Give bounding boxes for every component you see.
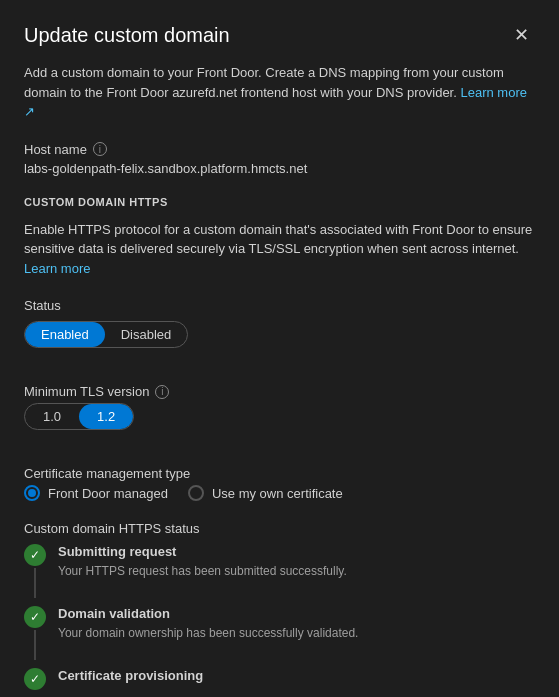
- modal-header: Update custom domain ✕: [24, 24, 535, 47]
- submitting-content: Submitting request Your HTTPS request ha…: [58, 544, 535, 598]
- validation-status-icon: ✓: [24, 606, 46, 628]
- own-cert-radio-circle: [188, 485, 204, 501]
- own-cert-label: Use my own certificate: [212, 486, 343, 501]
- close-button[interactable]: ✕: [508, 24, 535, 46]
- https-learn-more-link[interactable]: Learn more: [24, 261, 90, 276]
- host-name-info-icon[interactable]: i: [93, 142, 107, 156]
- intro-description: Add a custom domain to your Front Door. …: [24, 63, 535, 122]
- host-name-field: Host name i labs-goldenpath-felix.sandbo…: [24, 142, 535, 176]
- status-label: Status: [24, 298, 535, 313]
- own-certificate-option[interactable]: Use my own certificate: [188, 485, 343, 501]
- front-door-managed-option[interactable]: Front Door managed: [24, 485, 168, 501]
- tls-1-2-button[interactable]: 1.2: [79, 404, 133, 429]
- status-item-provisioning: ✓ Certificate provisioning: [24, 668, 535, 697]
- https-description: Enable HTTPS protocol for a custom domai…: [24, 220, 535, 279]
- update-custom-domain-modal: Update custom domain ✕ Add a custom doma…: [0, 0, 559, 697]
- https-section-title: CUSTOM DOMAIN HTTPS: [24, 196, 535, 208]
- intro-text: Add a custom domain to your Front Door. …: [24, 65, 504, 100]
- modal-title: Update custom domain: [24, 24, 230, 47]
- host-name-label: Host name i: [24, 142, 535, 157]
- status-icon-col-2: ✓: [24, 606, 46, 660]
- certificate-radio-group: Front Door managed Use my own certificat…: [24, 485, 535, 501]
- tls-info-icon[interactable]: i: [155, 385, 169, 399]
- tls-1-0-button[interactable]: 1.0: [25, 404, 79, 429]
- submitting-name: Submitting request: [58, 544, 535, 559]
- tls-toggle-group: 1.0 1.2: [24, 403, 134, 430]
- status-icon-col-3: ✓: [24, 668, 46, 697]
- validation-content: Domain validation Your domain ownership …: [58, 606, 535, 660]
- provisioning-content: Certificate provisioning: [58, 668, 535, 697]
- submitting-desc: Your HTTPS request has been submitted su…: [58, 563, 535, 580]
- disabled-toggle[interactable]: Disabled: [105, 322, 188, 347]
- status-line-1: [34, 568, 36, 598]
- status-field: Status Enabled Disabled: [24, 298, 535, 368]
- enabled-toggle[interactable]: Enabled: [25, 322, 105, 347]
- validation-name: Domain validation: [58, 606, 535, 621]
- validation-desc: Your domain ownership has been successfu…: [58, 625, 535, 642]
- status-toggle-group: Enabled Disabled: [24, 321, 188, 348]
- tls-field: Minimum TLS version i 1.0 1.2: [24, 384, 535, 450]
- certificate-field: Certificate management type Front Door m…: [24, 466, 535, 501]
- tls-label: Minimum TLS version i: [24, 384, 535, 399]
- https-status-section: Custom domain HTTPS status ✓ Submitting …: [24, 521, 535, 697]
- provisioning-status-icon: ✓: [24, 668, 46, 690]
- https-status-label: Custom domain HTTPS status: [24, 521, 535, 536]
- front-door-label: Front Door managed: [48, 486, 168, 501]
- host-name-value: labs-goldenpath-felix.sandbox.platform.h…: [24, 161, 535, 176]
- front-door-radio-circle: [24, 485, 40, 501]
- certificate-label: Certificate management type: [24, 466, 535, 481]
- status-icon-col-1: ✓: [24, 544, 46, 598]
- provisioning-name: Certificate provisioning: [58, 668, 535, 683]
- status-item-submitting: ✓ Submitting request Your HTTPS request …: [24, 544, 535, 598]
- status-item-validation: ✓ Domain validation Your domain ownershi…: [24, 606, 535, 660]
- submitting-status-icon: ✓: [24, 544, 46, 566]
- status-line-2: [34, 630, 36, 660]
